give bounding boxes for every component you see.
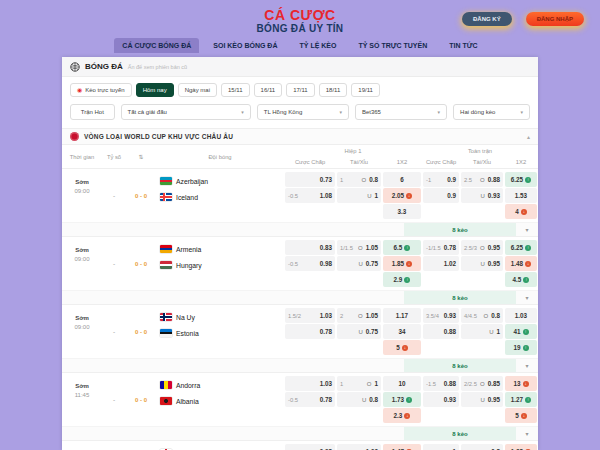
over-under-odds-cell[interactable]: 1/1.5O1.03 — [337, 444, 381, 450]
1x2-odds-cell[interactable]: 2.9↑ — [383, 272, 421, 287]
more-odds-button[interactable]: 8 kèo — [404, 291, 516, 304]
1x2-odds-cell[interactable]: 41↑ — [505, 324, 537, 339]
handicap-odds-cell[interactable]: 0.9 — [423, 188, 459, 203]
handicap-odds-cell[interactable]: -1.50.88 — [423, 376, 459, 391]
over-under-odds-cell[interactable]: 2/2.5O0.85 — [461, 376, 503, 391]
1x2-odds-cell[interactable]: 1.48↓ — [505, 256, 537, 271]
sort-icon[interactable]: ⇅ — [126, 145, 156, 168]
bookmaker-select[interactable]: Bet365 ▾ — [355, 104, 447, 120]
handicap-odds-cell[interactable]: 0.78 — [285, 324, 335, 339]
1x2-odds-cell[interactable]: 19↑ — [505, 340, 537, 355]
league-select[interactable]: Tất cả giải đấu ▾ — [121, 104, 251, 120]
1x2-odds-cell[interactable]: 1.85↓ — [383, 256, 421, 271]
1x2-odds-cell[interactable]: 6.5↑ — [383, 240, 421, 255]
over-under-odds-cell[interactable]: U0.95 — [461, 392, 503, 407]
1x2-odds-cell[interactable]: 2.05↓ — [383, 188, 421, 203]
1x2-odds-cell[interactable]: 6.25↑ — [505, 172, 537, 187]
over-under-odds-cell[interactable]: U0.8 — [337, 392, 381, 407]
1x2-odds-cell[interactable]: 1.17 — [383, 308, 421, 323]
handicap-odds-cell[interactable]: 1.5/21 — [423, 444, 459, 450]
handicap-odds-cell[interactable]: 1.5/21.03 — [285, 308, 335, 323]
login-button[interactable]: ĐĂNG NHẬP — [526, 12, 584, 26]
hot-match-button[interactable]: Trận Hot — [70, 104, 115, 120]
handicap-odds-cell[interactable]: 0.73 — [285, 172, 335, 187]
live-odds-button[interactable]: ◉ Kèo trực tuyến — [70, 83, 132, 97]
day-tab-tomorrow[interactable]: Ngày mai — [178, 83, 217, 97]
1x2-odds-cell[interactable]: 1.03 — [505, 308, 537, 323]
toolbar-subtitle[interactable]: Ấn để xem phiên bản cũ — [128, 64, 187, 70]
over-under-odds-cell[interactable]: U1 — [461, 324, 503, 339]
collapse-icon[interactable]: ▴ — [527, 133, 530, 140]
day-tab-15-11[interactable]: 15/11 — [221, 83, 250, 97]
1x2-odds-cell[interactable]: 6.25↑ — [505, 240, 537, 255]
nav-item-ty-so-truc-tuyen[interactable]: TỶ SỐ TRỰC TUYẾN — [350, 38, 435, 53]
away-team[interactable]: Estonia — [160, 329, 280, 337]
1x2-odds-cell[interactable]: 1.53 — [505, 188, 537, 203]
over-under-odds-cell[interactable]: U0.75 — [337, 256, 381, 271]
over-under-odds-cell[interactable]: 1O0.8 — [337, 172, 381, 187]
handicap-odds-cell[interactable]: 0.88 — [423, 324, 459, 339]
1x2-odds-cell[interactable]: 3.3 — [383, 204, 421, 219]
away-team[interactable]: Hungary — [160, 261, 280, 269]
handicap-odds-cell[interactable]: -10.9 — [423, 172, 459, 187]
over-under-odds-cell[interactable]: 2.5/3O0.8 — [461, 444, 503, 450]
over-under-odds-cell[interactable]: 2.5/3O0.95 — [461, 240, 503, 255]
day-tab-17-11[interactable]: 17/11 — [286, 83, 315, 97]
day-tab-18-11[interactable]: 18/11 — [319, 83, 348, 97]
1x2-odds-cell[interactable]: 1.47↓ — [383, 444, 421, 450]
expand-icon[interactable]: ▾ — [516, 362, 538, 369]
1x2-odds-cell[interactable]: 5↓ — [383, 340, 421, 355]
over-under-odds-cell[interactable]: U0.93 — [461, 188, 503, 203]
more-odds-button[interactable]: 8 kèo — [404, 223, 516, 236]
1x2-odds-cell[interactable]: 10 — [383, 376, 421, 391]
home-team[interactable]: Azerbaijan — [160, 177, 280, 185]
day-tab-16-11[interactable]: 16/11 — [254, 83, 283, 97]
handicap-odds-cell[interactable]: -0.50.98 — [285, 256, 335, 271]
day-tab-today[interactable]: Hôm nay — [136, 83, 174, 97]
register-button[interactable]: ĐĂNG KÝ — [462, 12, 512, 26]
1x2-odds-cell[interactable]: 2.3↓ — [383, 408, 421, 423]
odds-format-select[interactable]: TL Hồng Kông ▾ — [257, 104, 349, 120]
nav-item-ty-le-keo[interactable]: TỶ LỆ KÈO — [292, 38, 345, 53]
home-team[interactable]: Andorra — [160, 381, 280, 389]
over-under-odds-cell[interactable]: 2.5O0.88 — [461, 172, 503, 187]
handicap-odds-cell[interactable]: -0.51.08 — [285, 188, 335, 203]
nav-item-ca-cuoc-bong-da[interactable]: CÁ CƯỢC BÓNG ĐÁ — [114, 38, 199, 53]
over-under-odds-cell[interactable]: U1 — [337, 188, 381, 203]
over-under-odds-cell[interactable]: 1/1.5O1.05 — [337, 240, 381, 255]
over-under-odds-cell[interactable]: 1O1 — [337, 376, 381, 391]
more-odds-button[interactable]: 8 kèo — [404, 359, 516, 372]
1x2-odds-cell[interactable]: 4↓ — [505, 204, 537, 219]
1x2-odds-cell[interactable]: 13↓ — [505, 376, 537, 391]
over-under-odds-cell[interactable]: U0.95 — [461, 256, 503, 271]
1x2-odds-cell[interactable]: 1.27↑ — [505, 392, 537, 407]
handicap-odds-cell[interactable]: 1.02 — [423, 256, 459, 271]
expand-icon[interactable]: ▾ — [516, 294, 538, 301]
1x2-odds-cell[interactable]: 6 — [383, 172, 421, 187]
over-under-odds-cell[interactable]: 2O1.05 — [337, 308, 381, 323]
1x2-odds-cell[interactable]: 4.5↑ — [505, 272, 537, 287]
handicap-odds-cell[interactable]: 0.83 — [285, 240, 335, 255]
nav-item-soi-keo-bong-da[interactable]: SOI KÈO BÓNG ĐÁ — [205, 38, 285, 53]
more-odds-button[interactable]: 8 kèo — [404, 427, 516, 440]
handicap-odds-cell[interactable]: 0.93 — [423, 392, 459, 407]
league-header[interactable]: VÒNG LOẠI WORLD CUP KHU VỰC CHÂU ÂU ▴ — [62, 128, 538, 145]
1x2-odds-cell[interactable]: 1.28↓ — [505, 444, 537, 450]
home-team[interactable]: Armenia — [160, 245, 280, 253]
expand-icon[interactable]: ▾ — [516, 430, 538, 437]
day-tab-19-11[interactable]: 19/11 — [351, 83, 380, 97]
handicap-odds-cell[interactable]: 1.03 — [285, 376, 335, 391]
handicap-odds-cell[interactable]: -1/1.50.78 — [423, 240, 459, 255]
1x2-odds-cell[interactable]: 34 — [383, 324, 421, 339]
1x2-odds-cell[interactable]: 1.73↑ — [383, 392, 421, 407]
away-team[interactable]: Iceland — [160, 193, 280, 201]
nav-item-tin-tuc[interactable]: TIN TỨC — [441, 38, 485, 53]
1x2-odds-cell[interactable]: 5↓ — [505, 408, 537, 423]
handicap-odds-cell[interactable]: 3.5/40.93 — [423, 308, 459, 323]
over-under-odds-cell[interactable]: U0.75 — [337, 324, 381, 339]
away-team[interactable]: Albania — [160, 397, 280, 405]
lines-select[interactable]: Hai dòng kèo ▾ — [453, 104, 530, 120]
handicap-odds-cell[interactable]: -0.50.78 — [285, 392, 335, 407]
handicap-odds-cell[interactable]: 0.5/10.98 — [285, 444, 335, 450]
expand-icon[interactable]: ▾ — [516, 226, 538, 233]
